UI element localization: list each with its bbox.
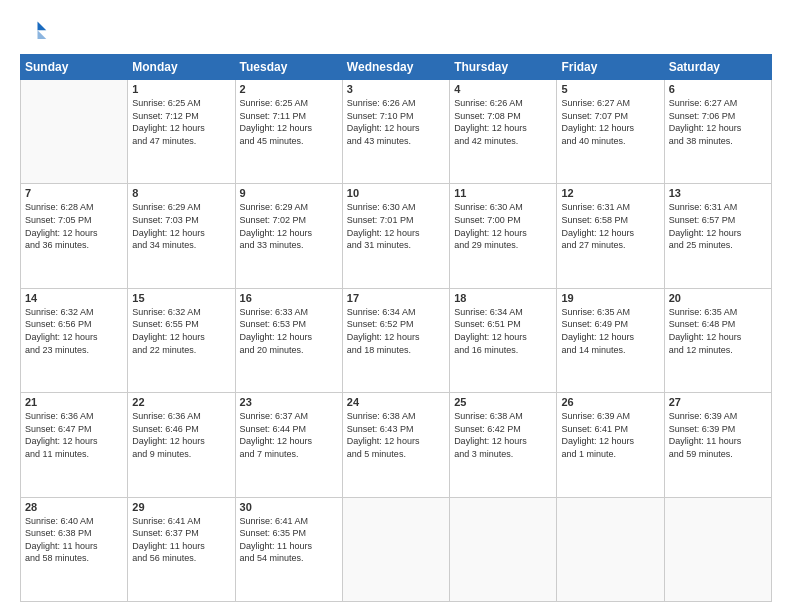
day-info: Sunrise: 6:36 AM Sunset: 6:46 PM Dayligh…: [132, 410, 230, 460]
calendar-cell: 4Sunrise: 6:26 AM Sunset: 7:08 PM Daylig…: [450, 80, 557, 184]
day-number: 14: [25, 292, 123, 304]
calendar-week-row: 28Sunrise: 6:40 AM Sunset: 6:38 PM Dayli…: [21, 497, 772, 601]
day-info: Sunrise: 6:40 AM Sunset: 6:38 PM Dayligh…: [25, 515, 123, 565]
calendar-cell: 12Sunrise: 6:31 AM Sunset: 6:58 PM Dayli…: [557, 184, 664, 288]
day-number: 11: [454, 187, 552, 199]
day-info: Sunrise: 6:28 AM Sunset: 7:05 PM Dayligh…: [25, 201, 123, 251]
calendar-table: SundayMondayTuesdayWednesdayThursdayFrid…: [20, 54, 772, 602]
day-number: 17: [347, 292, 445, 304]
day-info: Sunrise: 6:26 AM Sunset: 7:10 PM Dayligh…: [347, 97, 445, 147]
day-number: 28: [25, 501, 123, 513]
calendar-cell: 6Sunrise: 6:27 AM Sunset: 7:06 PM Daylig…: [664, 80, 771, 184]
day-info: Sunrise: 6:35 AM Sunset: 6:48 PM Dayligh…: [669, 306, 767, 356]
day-info: Sunrise: 6:41 AM Sunset: 6:37 PM Dayligh…: [132, 515, 230, 565]
calendar-cell: 21Sunrise: 6:36 AM Sunset: 6:47 PM Dayli…: [21, 393, 128, 497]
calendar-cell: [557, 497, 664, 601]
day-number: 16: [240, 292, 338, 304]
day-info: Sunrise: 6:38 AM Sunset: 6:42 PM Dayligh…: [454, 410, 552, 460]
day-info: Sunrise: 6:35 AM Sunset: 6:49 PM Dayligh…: [561, 306, 659, 356]
day-info: Sunrise: 6:32 AM Sunset: 6:55 PM Dayligh…: [132, 306, 230, 356]
calendar-cell: 18Sunrise: 6:34 AM Sunset: 6:51 PM Dayli…: [450, 288, 557, 392]
day-info: Sunrise: 6:30 AM Sunset: 7:00 PM Dayligh…: [454, 201, 552, 251]
day-number: 4: [454, 83, 552, 95]
calendar-cell: 9Sunrise: 6:29 AM Sunset: 7:02 PM Daylig…: [235, 184, 342, 288]
day-number: 12: [561, 187, 659, 199]
calendar-cell: 1Sunrise: 6:25 AM Sunset: 7:12 PM Daylig…: [128, 80, 235, 184]
day-number: 1: [132, 83, 230, 95]
day-number: 13: [669, 187, 767, 199]
day-number: 6: [669, 83, 767, 95]
day-number: 23: [240, 396, 338, 408]
calendar-cell: [664, 497, 771, 601]
day-info: Sunrise: 6:39 AM Sunset: 6:39 PM Dayligh…: [669, 410, 767, 460]
day-number: 18: [454, 292, 552, 304]
day-info: Sunrise: 6:32 AM Sunset: 6:56 PM Dayligh…: [25, 306, 123, 356]
day-info: Sunrise: 6:33 AM Sunset: 6:53 PM Dayligh…: [240, 306, 338, 356]
day-number: 26: [561, 396, 659, 408]
calendar-week-row: 14Sunrise: 6:32 AM Sunset: 6:56 PM Dayli…: [21, 288, 772, 392]
day-info: Sunrise: 6:31 AM Sunset: 6:58 PM Dayligh…: [561, 201, 659, 251]
calendar-cell: 25Sunrise: 6:38 AM Sunset: 6:42 PM Dayli…: [450, 393, 557, 497]
day-number: 2: [240, 83, 338, 95]
day-number: 7: [25, 187, 123, 199]
day-number: 30: [240, 501, 338, 513]
day-info: Sunrise: 6:25 AM Sunset: 7:11 PM Dayligh…: [240, 97, 338, 147]
calendar-cell: 5Sunrise: 6:27 AM Sunset: 7:07 PM Daylig…: [557, 80, 664, 184]
calendar-cell: 29Sunrise: 6:41 AM Sunset: 6:37 PM Dayli…: [128, 497, 235, 601]
day-number: 8: [132, 187, 230, 199]
day-info: Sunrise: 6:27 AM Sunset: 7:07 PM Dayligh…: [561, 97, 659, 147]
calendar-week-row: 7Sunrise: 6:28 AM Sunset: 7:05 PM Daylig…: [21, 184, 772, 288]
day-info: Sunrise: 6:34 AM Sunset: 6:51 PM Dayligh…: [454, 306, 552, 356]
calendar-cell: 26Sunrise: 6:39 AM Sunset: 6:41 PM Dayli…: [557, 393, 664, 497]
calendar-cell: 30Sunrise: 6:41 AM Sunset: 6:35 PM Dayli…: [235, 497, 342, 601]
calendar-cell: 24Sunrise: 6:38 AM Sunset: 6:43 PM Dayli…: [342, 393, 449, 497]
calendar-cell: [21, 80, 128, 184]
calendar-cell: [450, 497, 557, 601]
calendar-cell: 19Sunrise: 6:35 AM Sunset: 6:49 PM Dayli…: [557, 288, 664, 392]
calendar-cell: [342, 497, 449, 601]
day-number: 9: [240, 187, 338, 199]
day-info: Sunrise: 6:26 AM Sunset: 7:08 PM Dayligh…: [454, 97, 552, 147]
calendar-cell: 7Sunrise: 6:28 AM Sunset: 7:05 PM Daylig…: [21, 184, 128, 288]
day-info: Sunrise: 6:29 AM Sunset: 7:02 PM Dayligh…: [240, 201, 338, 251]
day-header-tuesday: Tuesday: [235, 55, 342, 80]
calendar-cell: 22Sunrise: 6:36 AM Sunset: 6:46 PM Dayli…: [128, 393, 235, 497]
day-info: Sunrise: 6:39 AM Sunset: 6:41 PM Dayligh…: [561, 410, 659, 460]
calendar-cell: 13Sunrise: 6:31 AM Sunset: 6:57 PM Dayli…: [664, 184, 771, 288]
day-number: 21: [25, 396, 123, 408]
calendar-cell: 27Sunrise: 6:39 AM Sunset: 6:39 PM Dayli…: [664, 393, 771, 497]
day-info: Sunrise: 6:34 AM Sunset: 6:52 PM Dayligh…: [347, 306, 445, 356]
svg-marker-0: [38, 22, 47, 31]
day-header-friday: Friday: [557, 55, 664, 80]
calendar-cell: 8Sunrise: 6:29 AM Sunset: 7:03 PM Daylig…: [128, 184, 235, 288]
day-info: Sunrise: 6:27 AM Sunset: 7:06 PM Dayligh…: [669, 97, 767, 147]
day-info: Sunrise: 6:37 AM Sunset: 6:44 PM Dayligh…: [240, 410, 338, 460]
calendar-cell: 14Sunrise: 6:32 AM Sunset: 6:56 PM Dayli…: [21, 288, 128, 392]
logo: [20, 18, 52, 46]
day-header-monday: Monday: [128, 55, 235, 80]
calendar-cell: 15Sunrise: 6:32 AM Sunset: 6:55 PM Dayli…: [128, 288, 235, 392]
calendar-cell: 2Sunrise: 6:25 AM Sunset: 7:11 PM Daylig…: [235, 80, 342, 184]
day-number: 27: [669, 396, 767, 408]
day-header-sunday: Sunday: [21, 55, 128, 80]
day-number: 15: [132, 292, 230, 304]
calendar-header-row: SundayMondayTuesdayWednesdayThursdayFrid…: [21, 55, 772, 80]
logo-icon: [20, 18, 48, 46]
calendar-cell: 23Sunrise: 6:37 AM Sunset: 6:44 PM Dayli…: [235, 393, 342, 497]
calendar-week-row: 21Sunrise: 6:36 AM Sunset: 6:47 PM Dayli…: [21, 393, 772, 497]
day-number: 25: [454, 396, 552, 408]
calendar-week-row: 1Sunrise: 6:25 AM Sunset: 7:12 PM Daylig…: [21, 80, 772, 184]
day-info: Sunrise: 6:30 AM Sunset: 7:01 PM Dayligh…: [347, 201, 445, 251]
day-info: Sunrise: 6:36 AM Sunset: 6:47 PM Dayligh…: [25, 410, 123, 460]
svg-marker-1: [38, 30, 47, 39]
day-header-thursday: Thursday: [450, 55, 557, 80]
calendar-cell: 11Sunrise: 6:30 AM Sunset: 7:00 PM Dayli…: [450, 184, 557, 288]
day-info: Sunrise: 6:31 AM Sunset: 6:57 PM Dayligh…: [669, 201, 767, 251]
day-info: Sunrise: 6:41 AM Sunset: 6:35 PM Dayligh…: [240, 515, 338, 565]
day-number: 3: [347, 83, 445, 95]
day-header-saturday: Saturday: [664, 55, 771, 80]
day-info: Sunrise: 6:25 AM Sunset: 7:12 PM Dayligh…: [132, 97, 230, 147]
calendar-cell: 16Sunrise: 6:33 AM Sunset: 6:53 PM Dayli…: [235, 288, 342, 392]
day-info: Sunrise: 6:29 AM Sunset: 7:03 PM Dayligh…: [132, 201, 230, 251]
day-info: Sunrise: 6:38 AM Sunset: 6:43 PM Dayligh…: [347, 410, 445, 460]
